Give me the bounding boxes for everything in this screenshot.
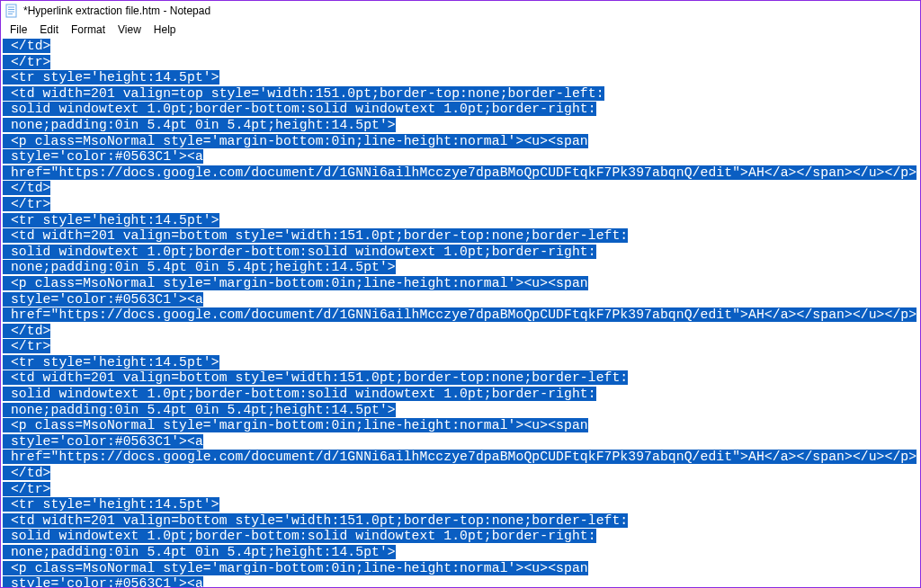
menu-bar: File Edit Format View Help [1,21,920,39]
selected-text: href="https://docs.google.com/document/d… [3,307,917,322]
selected-text: style='color:#0563C1'><a [3,576,203,587]
selected-text: none;padding:0in 5.4pt 0in 5.4pt;height:… [3,403,396,417]
selected-text: <td width=201 valign=bottom style='width… [3,228,628,243]
selected-text: </tr> [3,197,50,211]
selected-text: href="https://docs.google.com/document/d… [3,450,917,464]
editor-content[interactable]: </td> </tr> <tr style='height:14.5pt'> <… [1,39,920,587]
code-line[interactable]: solid windowtext 1.0pt;border-bottom:sol… [3,529,918,545]
selected-text: <p class=MsoNormal style='margin-bottom:… [3,561,588,575]
code-line[interactable]: style='color:#0563C1'><a [3,434,918,450]
code-line[interactable]: solid windowtext 1.0pt;border-bottom:sol… [3,387,918,403]
code-line[interactable]: style='color:#0563C1'><a [3,292,918,308]
menu-file[interactable]: File [4,22,32,37]
selected-text: solid windowtext 1.0pt;border-bottom:sol… [3,245,596,259]
code-line[interactable]: </tr> [3,339,918,355]
title-bar[interactable]: *Hyperlink extraction file.htm - Notepad [1,1,920,21]
code-line[interactable]: </td> [3,181,918,197]
menu-edit[interactable]: Edit [34,22,64,37]
menu-format[interactable]: Format [66,22,111,37]
selected-text: style='color:#0563C1'><a [3,434,203,449]
code-line[interactable]: </td> [3,466,918,482]
selected-text: </tr> [3,482,50,496]
code-line[interactable]: <td width=201 valign=bottom style='width… [3,370,918,387]
code-line[interactable]: <tr style='height:14.5pt'> [3,497,918,513]
selected-text: <tr style='height:14.5pt'> [3,355,219,370]
code-line[interactable]: <td width=201 valign=top style='width:15… [3,86,918,102]
selected-text: </td> [3,39,50,53]
code-line[interactable]: <p class=MsoNormal style='margin-bottom:… [3,276,918,292]
code-line[interactable]: <tr style='height:14.5pt'> [3,213,918,229]
code-line[interactable]: </td> [3,324,918,340]
selected-text: <p class=MsoNormal style='margin-bottom:… [3,276,588,290]
notepad-window: *Hyperlink extraction file.htm - Notepad… [0,0,921,588]
menu-help[interactable]: Help [148,22,182,37]
code-line[interactable]: <p class=MsoNormal style='margin-bottom:… [3,561,918,577]
code-line[interactable]: </td> [3,39,918,55]
window-title: *Hyperlink extraction file.htm - Notepad [23,4,210,17]
code-line[interactable]: href="https://docs.google.com/document/d… [3,307,918,324]
selected-text: none;padding:0in 5.4pt 0in 5.4pt;height:… [3,545,396,559]
selected-text: <p class=MsoNormal style='margin-bottom:… [3,418,588,432]
selected-text: <p class=MsoNormal style='margin-bottom:… [3,134,588,148]
selected-text: style='color:#0563C1'><a [3,292,203,307]
code-line[interactable]: href="https://docs.google.com/document/d… [3,165,918,182]
selected-text: </tr> [3,55,50,69]
selected-text: solid windowtext 1.0pt;border-bottom:sol… [3,102,596,116]
code-line[interactable]: <p class=MsoNormal style='margin-bottom:… [3,418,918,434]
selected-text: solid windowtext 1.0pt;border-bottom:sol… [3,387,596,401]
code-line[interactable]: <tr style='height:14.5pt'> [3,355,918,371]
code-line[interactable]: href="https://docs.google.com/document/d… [3,450,918,466]
code-line[interactable]: style='color:#0563C1'><a [3,149,918,165]
svg-rect-0 [6,4,16,17]
selected-text: <td width=201 valign=top style='width:15… [3,86,604,101]
selected-text: <td width=201 valign=bottom style='width… [3,370,628,385]
editor-area[interactable]: </td> </tr> <tr style='height:14.5pt'> <… [1,39,920,587]
selected-text: <td width=201 valign=bottom style='width… [3,513,628,528]
code-line[interactable]: none;padding:0in 5.4pt 0in 5.4pt;height:… [3,118,918,134]
selected-text: <tr style='height:14.5pt'> [3,497,219,512]
selected-text: </td> [3,466,50,480]
code-line[interactable]: <tr style='height:14.5pt'> [3,70,918,86]
selected-text: solid windowtext 1.0pt;border-bottom:sol… [3,529,596,543]
code-line[interactable]: solid windowtext 1.0pt;border-bottom:sol… [3,102,918,118]
code-line[interactable]: solid windowtext 1.0pt;border-bottom:sol… [3,245,918,261]
code-line[interactable]: none;padding:0in 5.4pt 0in 5.4pt;height:… [3,260,918,276]
selected-text: </td> [3,324,50,338]
code-line[interactable]: <td width=201 valign=bottom style='width… [3,228,918,245]
code-line[interactable]: none;padding:0in 5.4pt 0in 5.4pt;height:… [3,545,918,561]
selected-text: none;padding:0in 5.4pt 0in 5.4pt;height:… [3,118,396,132]
menu-view[interactable]: View [112,22,147,37]
selected-text: </td> [3,181,50,195]
code-line[interactable]: </tr> [3,482,918,498]
selected-text: <tr style='height:14.5pt'> [3,213,219,227]
code-line[interactable]: style='color:#0563C1'><a [3,576,918,587]
notepad-icon [4,4,19,18]
code-line[interactable]: <td width=201 valign=bottom style='width… [3,513,918,530]
code-line[interactable]: <p class=MsoNormal style='margin-bottom:… [3,134,918,150]
selected-text: </tr> [3,339,50,353]
code-line[interactable]: </tr> [3,197,918,213]
selected-text: href="https://docs.google.com/document/d… [3,165,917,180]
code-line[interactable]: </tr> [3,55,918,71]
code-line[interactable]: none;padding:0in 5.4pt 0in 5.4pt;height:… [3,403,918,419]
selected-text: none;padding:0in 5.4pt 0in 5.4pt;height:… [3,260,396,274]
selected-text: <tr style='height:14.5pt'> [3,70,219,85]
selected-text: style='color:#0563C1'><a [3,149,203,164]
